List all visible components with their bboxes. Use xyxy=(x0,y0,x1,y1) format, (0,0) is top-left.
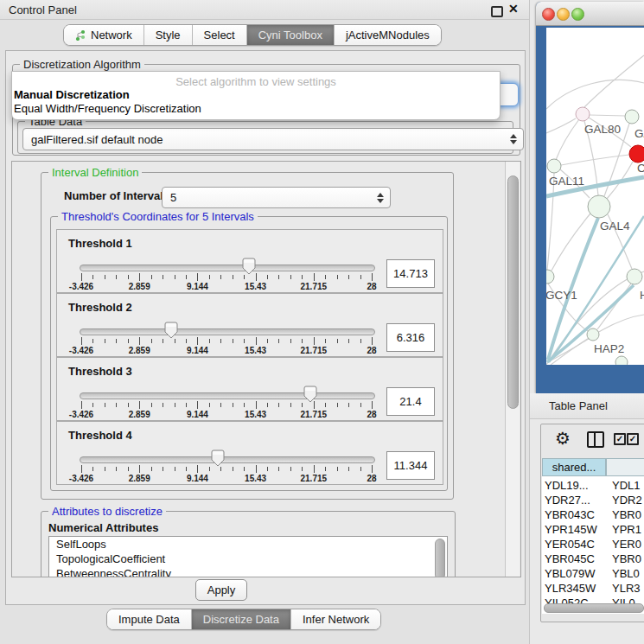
close-icon[interactable]: ✕ xyxy=(508,2,519,16)
column-header-name[interactable]: na xyxy=(606,458,644,476)
threshold-slider-track-1[interactable] xyxy=(80,265,375,271)
threshold-value-1[interactable]: 14.713 xyxy=(386,259,435,288)
threshold-slider-knob-1[interactable] xyxy=(242,258,256,278)
algorithm-option-manual[interactable]: Manual Discretization xyxy=(14,88,130,101)
threshold-slider-track-4[interactable] xyxy=(80,456,375,463)
tab-select[interactable]: Select xyxy=(193,25,247,45)
minimize-traffic-light[interactable] xyxy=(557,8,570,21)
network-canvas[interactable]: GAL80GACGAL11GAL4GCY1HAHAP2 xyxy=(546,28,644,365)
table-row-4[interactable]: YPR145WYPR1 xyxy=(542,522,644,537)
table-data-combo[interactable]: galFiltered.sif default node xyxy=(22,128,524,150)
slider-tick xyxy=(105,339,105,343)
numerical-attributes-list[interactable]: SelfLoopsTopologicalCoefficientBetweenne… xyxy=(48,536,448,577)
table-panel: ⚙ ✓ ✓ shared... na YDL19...YDL1YDR27...Y… xyxy=(540,424,644,622)
slider-tick-label: 9.144 xyxy=(187,474,208,483)
tab-network[interactable]: Network xyxy=(64,25,144,45)
network-node-ha[interactable] xyxy=(627,269,642,284)
slider-tick xyxy=(186,339,187,343)
spinner-stepper-icon[interactable] xyxy=(377,193,384,203)
float-window-icon[interactable] xyxy=(491,6,503,17)
slider-tick xyxy=(220,339,221,343)
network-edge[interactable] xyxy=(597,284,631,329)
threshold-slider-knob-3[interactable] xyxy=(303,386,317,406)
cell-name: YLR3 xyxy=(612,582,641,595)
attribute-item-betweennesscentrality[interactable]: BetweennessCentrality xyxy=(49,566,447,577)
network-node-label-hap2: HAP2 xyxy=(594,342,624,355)
table-row-1[interactable]: YDL19...YDL1 xyxy=(542,478,644,493)
threshold-value-4[interactable]: 11.344 xyxy=(386,451,435,480)
slider-tick-label: 9.144 xyxy=(187,282,208,291)
attributes-list-scrollbar[interactable] xyxy=(435,539,445,577)
network-node-ga[interactable] xyxy=(625,110,639,124)
apply-button[interactable]: Apply xyxy=(195,579,247,601)
network-node[interactable] xyxy=(615,356,628,365)
cell-shared-name: YDR27... xyxy=(545,494,590,507)
network-edge[interactable] xyxy=(546,80,644,109)
algorithm-option-equal-width[interactable]: Equal Width/Frequency Discretization xyxy=(14,102,201,115)
table-row-7[interactable]: YBL079WYBL0 xyxy=(542,566,644,581)
control-panel: Control Panel ✕ NetworkStyleSelectCyni T… xyxy=(0,0,530,644)
network-node-label-gcy1: GCY1 xyxy=(546,289,577,302)
table-hscrollbar-thumb[interactable] xyxy=(544,603,644,613)
table-row-2[interactable]: YDR27...YDR2 xyxy=(542,493,644,507)
slider-tick xyxy=(302,275,303,279)
attribute-item-topologicalcoefficient[interactable]: TopologicalCoefficient xyxy=(49,552,447,566)
table-row-6[interactable]: YBR045CYBR0 xyxy=(542,552,644,566)
threshold-row-1: Threshold 1-3.4262.8599.14415.4321.71528… xyxy=(56,229,443,293)
tab-style[interactable]: Style xyxy=(144,25,193,45)
network-node-gal4[interactable] xyxy=(588,195,610,218)
checkbox-icon-2[interactable]: ✓ xyxy=(627,433,639,445)
slider-tick-label: -3.426 xyxy=(69,346,93,355)
table-row-8[interactable]: YLR345WYLR3 xyxy=(542,581,644,596)
settings-scrollbar-track[interactable] xyxy=(505,162,520,577)
tab-impute-data[interactable]: Impute Data xyxy=(107,609,192,629)
threshold-slider-knob-2[interactable] xyxy=(164,322,178,342)
network-edge[interactable] xyxy=(590,115,625,116)
slider-tick xyxy=(372,273,373,281)
cell-name: YBL0 xyxy=(612,567,640,580)
combo-stepper-icon[interactable] xyxy=(510,134,517,144)
columns-icon[interactable] xyxy=(587,431,604,448)
slider-tick-label: 15.43 xyxy=(245,346,266,355)
number-of-intervals-spinner[interactable]: 5 xyxy=(162,187,391,208)
gear-icon[interactable]: ⚙ xyxy=(555,428,571,449)
network-node-gal80[interactable] xyxy=(576,107,590,121)
column-header-shared-name[interactable]: shared... xyxy=(542,458,606,476)
cell-name: YDL1 xyxy=(612,479,641,492)
table-row-3[interactable]: YBR043CYBR0 xyxy=(542,507,644,522)
slider-tick xyxy=(244,339,245,343)
slider-tick xyxy=(139,401,140,409)
slider-tick-label: 15.43 xyxy=(245,474,266,483)
slider-tick xyxy=(256,465,257,473)
threshold-slider-knob-4[interactable] xyxy=(211,450,225,470)
network-node-gal11[interactable] xyxy=(547,159,561,173)
attribute-item-selfloops[interactable]: SelfLoops xyxy=(49,537,447,552)
slider-tick xyxy=(337,339,338,343)
slider-tick xyxy=(197,337,198,345)
network-node-c[interactable] xyxy=(629,145,644,163)
checkbox-icon-1[interactable]: ✓ xyxy=(614,433,626,445)
slider-tick xyxy=(290,275,291,279)
threshold-label-1: Threshold 1 xyxy=(68,237,132,250)
slider-tick xyxy=(105,467,105,471)
tab-cyni-toolbox[interactable]: Cyni Toolbox xyxy=(247,25,335,45)
close-traffic-light[interactable] xyxy=(542,8,555,21)
network-edge[interactable] xyxy=(556,119,579,160)
zoom-traffic-light[interactable] xyxy=(571,8,584,21)
tab-discretize-data[interactable]: Discretize Data xyxy=(192,609,291,629)
threshold-value-2[interactable]: 6.316 xyxy=(386,323,435,352)
tab-infer-network[interactable]: Infer Network xyxy=(291,609,380,629)
table-row-5[interactable]: YER054CYER0 xyxy=(542,537,644,552)
cell-name: YDR2 xyxy=(612,494,642,507)
slider-tick-label: 21.715 xyxy=(301,474,328,483)
slider-tick xyxy=(92,467,93,471)
tab-jactivemnodules[interactable]: jActiveMNodules xyxy=(335,25,441,45)
network-node-gcy1[interactable] xyxy=(546,270,554,284)
threshold-slider-track-2[interactable] xyxy=(80,328,375,335)
threshold-slider-track-3[interactable] xyxy=(80,392,375,399)
network-node-hap2[interactable] xyxy=(587,328,599,341)
number-of-intervals-value: 5 xyxy=(170,191,176,204)
settings-scrollbar-thumb[interactable] xyxy=(507,175,519,409)
threshold-value-3[interactable]: 21.4 xyxy=(386,387,435,416)
network-edge[interactable] xyxy=(552,214,590,271)
